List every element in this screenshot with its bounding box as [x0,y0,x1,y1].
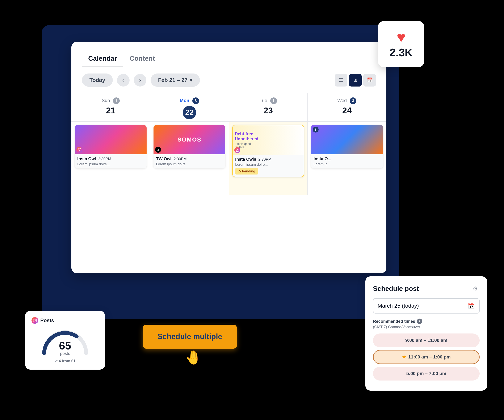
post-debt-tue: Debt-free.Unbothered. It feels good.Be t… [233,125,304,155]
twitter-icon-mon: 𝕏 [155,147,161,153]
date-range-label: Feb 21 – 27 [158,77,187,83]
posts-from-text: 4 from 61 [59,359,75,363]
tab-calendar[interactable]: Calendar [82,50,123,67]
day-header-wed: Wed 3 24 [308,93,386,122]
post-gradient-wed [311,125,383,154]
post-image-mon: SOMOS 𝕏 [154,125,225,154]
day-cell-mon: SOMOS 𝕏 TW Owl 2:30PM Lorem ipsum dolre.… [150,122,229,195]
date-input-row[interactable]: March 25 (today) 📅 [373,298,480,313]
gauge-number: 65 [59,340,71,351]
day-badge-wed: 3 [350,97,356,104]
schedule-multiple-button[interactable]: Schedule multiple [143,325,237,348]
prev-button[interactable]: ‹ [117,74,130,86]
pending-badge: ⚠ Pending [235,168,258,174]
list-icon: ☰ [339,78,343,83]
post-card-tue[interactable]: Debt-free.Unbothered. It feels good.Be t… [232,125,304,177]
day-num-sun: 21 [73,106,148,115]
trend-icon: ↗ [55,359,58,363]
time-slot-3-label: 5:00 pm – 7:00 pm [406,371,446,376]
grid-view-button[interactable]: ⊞ [349,74,362,86]
post-title-tue: Insta Owls 2:30PM [235,157,301,162]
time-slot-1[interactable]: 9:00 am – 11:00 am [373,334,480,347]
timezone-label: (GMT-7) Canada/Vancouver [373,325,480,329]
grid-icon: ⊞ [354,78,357,83]
time-slot-1-label: 9:00 am – 11:00 am [405,338,448,343]
heart-count: 2.3K [390,46,413,59]
heart-icon: ♥ [397,29,406,45]
svg-point-2 [80,149,80,149]
post-desc-sun: Lorem ipsum dolre... [77,162,144,166]
day-badge-sun: 1 [113,97,120,104]
toolbar: Today ‹ › Feb 21 – 27 ▾ ☰ ⊞ 📅 [72,67,386,93]
schedule-panel-title: Schedule post [373,285,419,293]
schedule-post-panel: Schedule post ⚙ March 25 (today) 📅 Recom… [365,276,487,391]
main-calendar-card: Calendar Content Today ‹ › Feb 21 – 27 ▾… [72,42,386,273]
posts-widget-title: Posts [31,317,99,324]
post-desc-tue: Lorem ipsum dolre... [235,162,301,167]
day-header-tue: Tue 1 23 [229,93,308,122]
time-slot-3[interactable]: 5:00 pm – 7:00 pm [373,367,480,381]
list-view-button[interactable]: ☰ [335,74,347,86]
gauge-container: 65 posts [40,328,90,355]
date-range-button[interactable]: Feb 21 – 27 ▾ [150,73,200,87]
post-image-wed: 3 [311,125,383,154]
post-desc-wed: Lorem ip... [313,162,381,166]
day-name-sun: Sun 1 [73,97,148,104]
day-header-mon: Mon 3 22 [150,93,229,122]
instagram-icon-sun [76,147,82,153]
gear-icon: ⚙ [473,285,478,292]
post-image-sun [75,125,147,154]
post-gradient-mon: SOMOS [154,125,225,154]
day-cell-tue: Debt-free.Unbothered. It feels good.Be t… [229,122,308,195]
chevron-down-icon: ▾ [190,77,192,83]
view-toggle-group: ☰ ⊞ 📅 [335,74,376,86]
day-name-mon: Mon 3 [152,97,227,104]
post-info-wed: Insta O... Lorem ip... [311,154,383,168]
day-header-sun: Sun 1 21 [72,93,150,122]
recommended-times-label: Recommended times i [373,318,480,324]
calendar-view-button[interactable]: 📅 [363,74,376,86]
post-card-sun[interactable]: Insta Owl 2:30PM Lorem ipsum dolre... [75,125,147,168]
post-title-sun: Insta Owl 2:30PM [77,156,144,161]
posts-widget: Posts 65 posts ↗ 4 from 61 [25,311,105,370]
next-button[interactable]: › [134,74,146,86]
svg-point-8 [36,319,36,320]
post-info-sun: Insta Owl 2:30PM Lorem ipsum dolre... [75,154,147,168]
gauge-center: 65 posts [59,340,71,356]
today-button[interactable]: Today [82,73,113,87]
date-input-text: March 25 (today) [378,303,419,309]
day-circle-mon: 22 [183,106,196,119]
schedule-panel-header: Schedule post ⚙ [373,284,480,293]
info-icon: i [417,318,422,324]
day-name-tue: Tue 1 [231,97,305,104]
time-slot-2[interactable]: ★ 11:00 am – 1:00 pm [373,350,480,364]
svg-rect-6 [33,319,36,322]
day-cell-sun: Insta Owl 2:30PM Lorem ipsum dolre... [72,122,150,195]
post-gradient-sun [75,125,147,154]
wed-count-badge: 3 [313,127,318,132]
post-card-wed[interactable]: 3 Insta O... Lorem ip... [311,125,383,168]
post-info-mon: TW Owl 2:30PM Lorem ipsum dolre... [154,154,225,168]
debt-free-heading: Debt-free.Unbothered. [235,131,260,141]
gear-button[interactable]: ⚙ [470,284,480,293]
svg-rect-0 [78,148,81,151]
posts-label: Posts [40,318,54,324]
heart-stats-card: ♥ 2.3K [378,21,424,67]
time-slot-2-label: 11:00 am – 1:00 pm [408,354,451,360]
gauge-label: posts [59,351,71,356]
star-icon: ★ [402,354,406,360]
instagram-badge [31,317,38,324]
post-title-wed: Insta O... [313,156,381,161]
cursor-icon: 🤚 [185,350,202,365]
instagram-icon-tue [234,147,240,153]
day-num-wed: 24 [310,106,384,115]
day-name-wed: Wed 3 [310,97,384,104]
post-image-tue: Debt-free.Unbothered. It feels good.Be t… [233,125,304,155]
post-desc-mon: Lorem ipsum dolre... [156,162,223,166]
day-num-mon: 22 [152,106,227,119]
post-title-mon: TW Owl 2:30PM [156,156,223,161]
day-badge-tue: 1 [270,97,277,104]
tab-content[interactable]: Content [123,50,161,67]
post-card-mon[interactable]: SOMOS 𝕏 TW Owl 2:30PM Lorem ipsum dolre.… [154,125,225,168]
posts-from: ↗ 4 from 61 [31,359,99,363]
